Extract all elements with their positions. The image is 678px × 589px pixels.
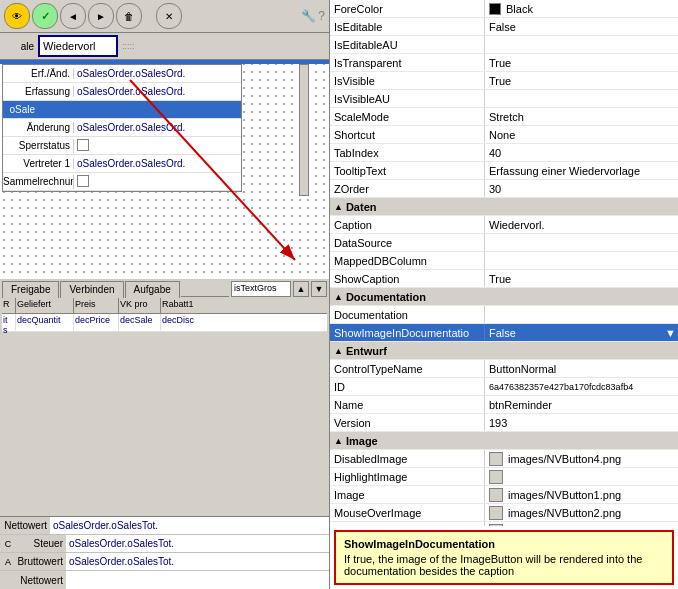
sub-row-disc: decDisc xyxy=(161,314,327,331)
prop-name-controltypename: ControlTypeName xyxy=(330,360,485,377)
prop-name-documentation: Documentation xyxy=(330,306,485,323)
prop-mappeddb: MappedDBColumn xyxy=(330,252,678,270)
image-thumb xyxy=(489,488,503,502)
section-entwurf-label: ▲Entwurf xyxy=(330,342,485,359)
designer-row-sperr: Sperrstatus xyxy=(3,137,241,155)
bottom-row3-label: Bruttowert xyxy=(16,556,66,567)
bottom-tabs: Freigabe Verbinden Aufgabe isTextGros ▲ … xyxy=(0,279,329,298)
bottom-row4-value xyxy=(66,571,329,589)
forward-button[interactable]: ► xyxy=(88,3,114,29)
prop-highlightimage: HighlightImage xyxy=(330,468,678,486)
highlight-img-thumb xyxy=(489,470,503,484)
prop-isvisible: IsVisible True xyxy=(330,72,678,90)
label-sperr: Sperrstatus xyxy=(3,140,73,151)
disabled-img-thumb xyxy=(489,452,503,466)
text-input-field[interactable]: isTextGros xyxy=(231,281,291,297)
prop-table: ForeColor Black IsEditable False IsEdita… xyxy=(330,0,678,526)
designer-canvas: Erf./Änd. oSalesOrder.oSalesOrd. Erfassu… xyxy=(0,60,329,279)
prop-name-caption: Caption xyxy=(330,216,485,233)
prop-name-iseditable: IsEditable xyxy=(330,18,485,35)
gear-icon: 🔧 xyxy=(301,9,316,23)
designer-row-vertreter: Vertreter 1 oSalesOrder.oSalesOrd. xyxy=(3,155,241,173)
prop-name-isvisibleau: IsVisibleAU xyxy=(330,90,485,107)
trash-button[interactable]: 🗑 xyxy=(116,3,142,29)
prop-value-isvisible: True xyxy=(485,75,678,87)
prop-value-mouseoverimage: images/NVButton2.png xyxy=(485,506,678,520)
prop-shortcut: Shortcut None xyxy=(330,126,678,144)
prop-scalemode: ScaleMode Stretch xyxy=(330,108,678,126)
prop-showimagedoc[interactable]: ShowImageInDocumentatio False ▼ xyxy=(330,324,678,342)
prop-name-shortcut: Shortcut xyxy=(330,126,485,143)
prop-documentation: Documentation xyxy=(330,306,678,324)
prop-value-tabindex: 40 xyxy=(485,147,678,159)
prop-name-forecolor: ForeColor xyxy=(330,0,485,17)
daten-arrow: ▲ xyxy=(334,202,343,212)
prop-value-scalemode: Stretch xyxy=(485,111,678,123)
forecolor-swatch xyxy=(489,3,501,15)
scroll-down[interactable]: ▼ xyxy=(311,281,327,297)
value-vertreter: oSalesOrder.oSalesOrd. xyxy=(73,158,241,169)
col-preis: Preis xyxy=(74,298,119,313)
eye-button[interactable]: 👁 xyxy=(4,3,30,29)
value-erfassung: oSalesOrder.oSalesOrd. xyxy=(73,86,241,97)
name-input[interactable] xyxy=(38,35,118,57)
col-rabatt: Rabatt1 xyxy=(161,298,327,313)
designer-row-erfassung: Erfassung oSalesOrder.oSalesOrd. xyxy=(3,83,241,101)
handle-dots: ::::: xyxy=(122,41,135,51)
prop-name-pressedimage: PressedImage xyxy=(330,522,485,526)
prop-controltypename: ControlTypeName ButtonNormal xyxy=(330,360,678,378)
prop-name-disabledimage: DisabledImage xyxy=(330,450,485,467)
row-prefix-a: A xyxy=(0,557,16,567)
prop-name-mappeddb: MappedDBColumn xyxy=(330,252,485,269)
bottom-row2-value: oSalesOrder.oSalesTot. xyxy=(66,535,329,552)
prop-name-showcaption: ShowCaption xyxy=(330,270,485,287)
prop-value-image: images/NVButton1.png xyxy=(485,488,678,502)
col-r: R xyxy=(2,298,16,313)
section-daten: ▲Daten xyxy=(330,198,678,216)
bottom-row1-label: Nettowert xyxy=(0,520,50,531)
row-prefix-c: C xyxy=(0,539,16,549)
scroll-up[interactable]: ▲ xyxy=(293,281,309,297)
value-sperr xyxy=(73,139,241,153)
col-geliefert: Geliefert xyxy=(16,298,74,313)
prop-name-datasource: DataSource xyxy=(330,234,485,251)
prop-disabledimage: DisabledImage images/NVButton4.png xyxy=(330,450,678,468)
label-osale: oSale xyxy=(3,104,38,115)
label-vertreter: Vertreter 1 xyxy=(3,158,73,169)
tooltip-title: ShowImageInDocumentation xyxy=(344,538,664,550)
sammel-checkbox xyxy=(77,175,89,187)
prop-istransparent: IsTransparent True xyxy=(330,54,678,72)
prop-value-forecolor: Black xyxy=(485,3,678,15)
prop-value-controltypename: ButtonNormal xyxy=(485,363,678,375)
prop-name-name: Name xyxy=(330,396,485,413)
prop-iseditableau: IsEditableAU xyxy=(330,36,678,54)
prop-name-version: Version xyxy=(330,414,485,431)
prop-value-showimagedoc: False ▼ xyxy=(485,327,678,339)
prop-id: ID 6a476382357e427ba170fcdc83afb4 xyxy=(330,378,678,396)
prop-value-tooltiptext: Erfassung einer Wiedervorlage xyxy=(485,165,678,177)
mouseover-img-thumb xyxy=(489,506,503,520)
question-icon: ? xyxy=(318,9,325,23)
toolbar: 👁 ✓ ◄ ► 🗑 ✕ 🔧 ? xyxy=(0,0,329,33)
designer-row-erf: Erf./Änd. oSalesOrder.oSalesOrd. xyxy=(3,65,241,83)
prop-value-disabledimage: images/NVButton4.png xyxy=(485,452,678,466)
sub-row-price: decPrice xyxy=(74,314,119,331)
showimagedoc-dropdown[interactable]: ▼ xyxy=(665,327,676,339)
back-button[interactable]: ◄ xyxy=(60,3,86,29)
col-vk-pro: VK pro xyxy=(119,298,161,313)
sperr-checkbox xyxy=(77,139,89,151)
prop-tabindex: TabIndex 40 xyxy=(330,144,678,162)
tab-freigabe[interactable]: Freigabe xyxy=(2,281,59,298)
prop-forecolor: ForeColor Black xyxy=(330,0,678,18)
tab-aufgabe[interactable]: Aufgabe xyxy=(125,281,180,298)
value-aenderung: oSalesOrder.oSalesOrd. xyxy=(73,122,241,133)
section-image: ▲Image xyxy=(330,432,678,450)
prop-value-version: 193 xyxy=(485,417,678,429)
tab-verbinden[interactable]: Verbinden xyxy=(60,281,123,298)
prop-pressedimage: PressedImage images/NVButton3.png xyxy=(330,522,678,526)
prop-name-image: Image xyxy=(330,486,485,503)
prop-name-row: Name btnReminder xyxy=(330,396,678,414)
prop-name-mouseoverimage: MouseOverImage xyxy=(330,504,485,521)
check-button[interactable]: ✓ xyxy=(32,3,58,29)
close-button[interactable]: ✕ xyxy=(156,3,182,29)
